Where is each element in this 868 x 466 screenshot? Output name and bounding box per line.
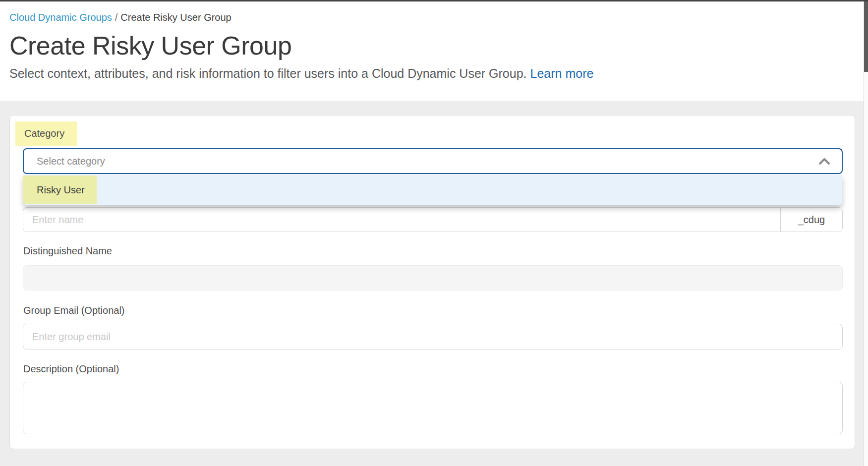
description-label: Description (Optional)	[23, 363, 119, 375]
learn-more-link[interactable]: Learn more	[530, 66, 594, 80]
category-label: Category	[24, 128, 64, 139]
group-name-suffix: _cdug	[780, 208, 842, 232]
distinguished-name-field	[23, 265, 843, 291]
breadcrumb-separator: /	[112, 12, 121, 23]
dropdown-option-risky-user[interactable]: Risky User	[23, 175, 842, 205]
scrollbar-thumb[interactable]	[864, 1, 868, 72]
create-group-form-card: Category Select category Risky User _cdu…	[9, 115, 855, 449]
group-name-field-group: _cdug	[23, 207, 843, 232]
top-border	[0, 0, 868, 1]
category-dropdown-menu: Risky User	[23, 175, 842, 205]
breadcrumb: Cloud Dynamic Groups/Create Risky User G…	[9, 11, 864, 24]
page-subtitle: Select context, attributes, and risk inf…	[9, 66, 864, 81]
description-textarea[interactable]	[23, 382, 843, 434]
chevron-up-icon[interactable]	[819, 158, 830, 165]
group-email-input[interactable]	[23, 324, 843, 350]
group-name-input[interactable]	[23, 208, 780, 232]
vertical-scrollbar[interactable]	[864, 1, 868, 466]
category-select-placeholder: Select category	[37, 156, 819, 167]
page-header: Cloud Dynamic Groups/Create Risky User G…	[0, 1, 864, 101]
distinguished-name-label: Distinguished Name	[23, 245, 112, 257]
breadcrumb-current: Create Risky User Group	[120, 12, 231, 23]
category-label-highlight: Category	[15, 121, 77, 146]
breadcrumb-link-cloud-dynamic-groups[interactable]: Cloud Dynamic Groups	[9, 12, 112, 23]
risky-user-option-highlight: Risky User	[23, 175, 97, 204]
page-subtitle-text: Select context, attributes, and risk inf…	[9, 66, 527, 80]
page-title: Create Risky User Group	[9, 31, 864, 60]
group-email-label: Group Email (Optional)	[23, 305, 125, 316]
category-select[interactable]: Select category	[23, 148, 843, 174]
